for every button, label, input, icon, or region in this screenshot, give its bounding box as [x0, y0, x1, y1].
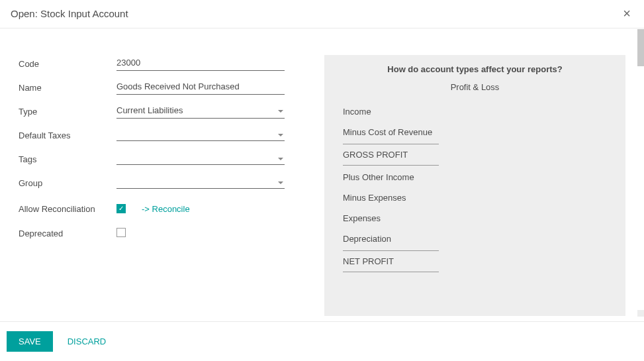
label-tags: Tags	[19, 154, 116, 164]
close-icon[interactable]: ×	[620, 7, 633, 20]
default-taxes-select[interactable]	[116, 129, 285, 141]
form-row-type: Type Current Liabilities	[19, 103, 285, 120]
label-deprecated: Deprecated	[19, 229, 116, 238]
field-allow-reconciliation-wrapper: ✓ -> Reconcile	[116, 204, 285, 214]
label-allow-reconciliation: Allow Reconciliation	[19, 204, 116, 214]
caret-down-icon	[278, 158, 283, 160]
info-title: How do account types affect your reports…	[343, 64, 607, 74]
label-code: Code	[19, 59, 116, 69]
info-item-depreciation: Depreciation	[343, 229, 607, 249]
modal-header: Open: Stock Input Account ×	[0, 0, 644, 28]
info-item-minus-cost: Minus Cost of Revenue	[343, 122, 607, 142]
info-section: How do account types affect your reports…	[324, 55, 625, 316]
tags-select[interactable]	[116, 153, 285, 165]
label-name: Name	[19, 83, 116, 93]
field-group-wrapper	[116, 177, 285, 189]
form-section: Code Name Type Current Liabilities Defau…	[19, 55, 285, 316]
code-input[interactable]	[116, 56, 285, 71]
deprecated-checkbox[interactable]	[116, 228, 126, 237]
form-row-code: Code	[19, 55, 285, 72]
field-code-wrapper	[116, 56, 285, 71]
modal-title: Open: Stock Input Account	[11, 8, 128, 19]
caret-down-icon	[278, 134, 283, 136]
allow-reconciliation-checkbox[interactable]: ✓	[116, 204, 126, 213]
info-item-net-profit: NET PROFIT	[343, 250, 439, 272]
info-item-plus-other: Plus Other Income	[343, 167, 607, 187]
discard-button[interactable]: Discard	[65, 331, 109, 352]
info-item-minus-expenses: Minus Expenses	[343, 187, 607, 208]
label-type: Type	[19, 107, 116, 117]
label-group: Group	[19, 178, 116, 188]
label-default-taxes: Default Taxes	[19, 130, 116, 140]
info-item-gross-profit: GROSS PROFIT	[343, 144, 439, 166]
modal-footer: Save Discard	[0, 321, 644, 361]
form-row-name: Name	[19, 79, 285, 96]
reconcile-link[interactable]: -> Reconcile	[142, 204, 190, 214]
scrollbar-corner	[637, 310, 644, 317]
field-name-wrapper	[116, 80, 285, 95]
caret-down-icon	[278, 181, 283, 184]
info-item-expenses: Expenses	[343, 208, 607, 229]
modal-body: Code Name Type Current Liabilities Defau…	[0, 28, 644, 316]
info-item-income: Income	[343, 101, 607, 122]
field-deprecated-wrapper	[116, 228, 285, 239]
form-row-deprecated: Deprecated	[19, 225, 285, 242]
name-input[interactable]	[116, 80, 285, 95]
scrollbar-thumb[interactable]	[637, 29, 644, 66]
form-row-group: Group	[19, 174, 285, 191]
field-type-wrapper: Current Liabilities	[116, 104, 285, 119]
field-tags-wrapper	[116, 153, 285, 165]
type-select[interactable]: Current Liabilities	[116, 104, 285, 119]
field-default-taxes-wrapper	[116, 129, 285, 141]
caret-down-icon	[278, 110, 283, 113]
form-row-default-taxes: Default Taxes	[19, 127, 285, 144]
group-select[interactable]	[116, 177, 285, 189]
info-subtitle: Profit & Loss	[343, 82, 607, 92]
form-row-allow-reconciliation: Allow Reconciliation ✓ -> Reconcile	[19, 198, 285, 215]
form-row-tags: Tags	[19, 150, 285, 168]
type-select-value: Current Liabilities	[116, 105, 183, 115]
save-button[interactable]: Save	[7, 331, 53, 352]
